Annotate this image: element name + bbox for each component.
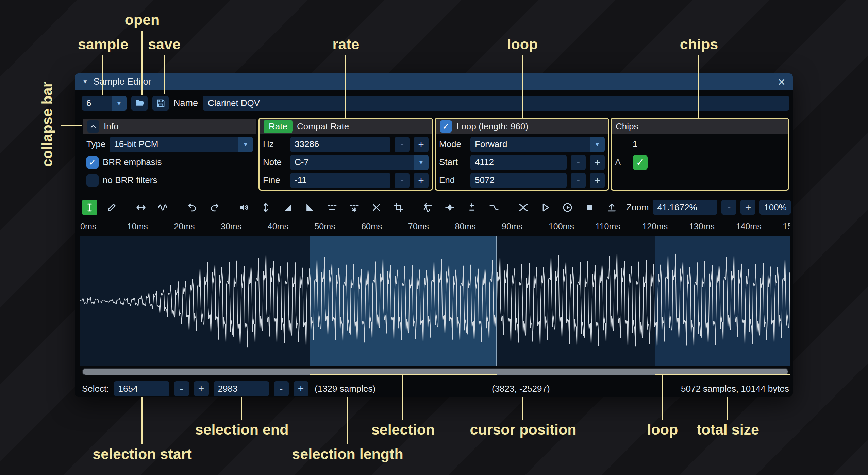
stop-preview-button[interactable] [582,200,597,215]
ruler-tick-label: 30ms [221,222,268,231]
ruler-tick-label: 50ms [314,222,361,231]
loop-start-input[interactable]: 4112 [470,155,567,170]
loop-start-increase-button[interactable]: + [590,155,605,170]
chevron-down-icon[interactable]: ▼ [112,96,127,111]
loop-start-decrease-button[interactable]: - [571,155,586,170]
note-dropdown[interactable]: C-7 ▼ [290,155,429,170]
selection-end-decrease-button[interactable]: - [274,381,289,396]
loop-mode-value: Forward [470,137,590,152]
rate-header: Rate Compat Rate [260,119,432,134]
rate-panel: Rate Compat Rate Hz 33286 - + Note C-7 ▼ [258,118,433,191]
fine-input[interactable]: -11 [290,173,390,188]
edit-mode-button[interactable] [82,200,97,215]
redo-icon [209,202,220,213]
brr-emphasis-checkbox[interactable]: ✓ [86,156,99,169]
loop-end-input[interactable]: 5072 [470,173,567,188]
speaker-icon [238,202,249,213]
filter-button[interactable] [486,200,502,215]
selection-start-input[interactable]: 1654 [114,381,169,396]
close-icon[interactable]: × [778,75,785,88]
loop-mode-dropdown[interactable]: Forward ▼ [470,137,605,152]
selection-end-input[interactable]: 2983 [214,381,269,396]
fine-decrease-button[interactable]: - [395,173,410,188]
window-collapse-icon[interactable]: ▼ [82,78,88,85]
apply-silence-icon [349,202,360,213]
rate-badge: Rate [264,120,293,133]
copy-to-wavetable-button[interactable] [604,200,619,215]
normalize-button[interactable] [258,200,273,215]
selection-start-increase-button[interactable]: + [194,381,209,396]
ruler-tick-label: 140ms [736,222,783,231]
pointer-line-selection-length [347,397,348,444]
fade-out-button[interactable] [302,200,318,215]
mode-label: Mode [439,139,466,149]
chevron-down-icon[interactable]: ▼ [414,155,429,170]
trim-button[interactable] [391,200,406,215]
pointer-line-selection-start [141,397,143,444]
sample-number-dropdown[interactable]: 6 ▼ [82,96,127,111]
sign-invert-button[interactable] [464,200,480,215]
select-label: Select: [82,384,109,394]
resize-button[interactable] [133,200,149,215]
hz-decrease-button[interactable]: - [395,137,410,152]
fade-in-button[interactable] [280,200,296,215]
preview-sample-button[interactable] [560,200,575,215]
undo-button[interactable] [185,200,200,215]
scrollbar-thumb[interactable] [83,369,788,375]
annotation-selection-length: selection length [292,446,403,462]
open-button[interactable] [131,96,148,111]
sample-name-input[interactable]: Clarinet DQV [203,96,789,111]
sample-editor-window: ▼ Sample Editor × 6 ▼ Name Clarinet DQV [75,73,793,397]
type-value: 16-bit PCM [110,137,238,152]
ruler-tick-label: 40ms [268,222,315,231]
amplify-button[interactable] [236,200,251,215]
save-button[interactable] [152,96,169,111]
apply-silence-button[interactable] [347,200,362,215]
insert-silence-button[interactable] [324,200,340,215]
loop-end-decrease-button[interactable]: - [571,173,586,188]
sample-number-value: 6 [82,96,112,111]
ruler-tick-label: 130ms [689,222,736,231]
preview-button[interactable] [538,200,553,215]
pencil-icon [106,202,117,213]
no-brr-filters-checkbox[interactable] [86,174,99,187]
type-dropdown[interactable]: 16-bit PCM ▼ [110,137,253,152]
zoom-reset-button[interactable]: 100% [760,200,791,215]
reverse-button[interactable] [420,200,435,215]
chevron-down-icon[interactable]: ▼ [590,137,605,152]
chips-panel: Chips 1 A ✓ [611,118,789,191]
timeline-ruler[interactable]: 0ms10ms20ms30ms40ms50ms60ms70ms80ms90ms1… [80,218,790,235]
hz-input[interactable]: 33286 [290,137,390,152]
resample-button[interactable] [155,200,171,215]
crop-icon [393,202,404,213]
invert-button[interactable] [442,200,457,215]
delete-button[interactable] [369,200,384,215]
chevron-down-icon[interactable]: ▼ [238,137,253,152]
chip-row-label: A [615,157,629,168]
collapse-bar-button[interactable] [87,120,99,133]
horizontal-scrollbar[interactable] [82,368,788,375]
fine-value: -11 [295,175,307,186]
waveform-view[interactable] [80,236,790,366]
selection-end-increase-button[interactable]: + [294,381,308,396]
annotation-selection: selection [371,421,435,438]
zoom-out-button[interactable]: - [721,200,736,215]
selection-start-decrease-button[interactable]: - [174,381,189,396]
draw-button[interactable] [104,200,119,215]
stop-icon [584,202,595,213]
info-header[interactable]: Info [83,119,256,134]
zoom-in-button[interactable]: + [740,200,755,215]
loop-end-increase-button[interactable]: + [590,173,605,188]
selection-start-value: 1654 [118,384,138,394]
hz-increase-button[interactable]: + [414,137,429,152]
chip-enable-toggle[interactable]: ✓ [633,155,648,170]
cursor-position-text: (3823, -25297) [492,381,550,397]
zoom-input[interactable]: 41.1672% [653,200,717,215]
redo-button[interactable] [207,200,222,215]
check-icon: ✓ [442,121,450,132]
crossfade-icon [518,202,529,213]
loop-enable-checkbox[interactable]: ✓ [440,120,452,133]
fine-increase-button[interactable]: + [414,173,429,188]
crossfade-button[interactable] [516,200,531,215]
titlebar[interactable]: ▼ Sample Editor × [75,73,793,90]
